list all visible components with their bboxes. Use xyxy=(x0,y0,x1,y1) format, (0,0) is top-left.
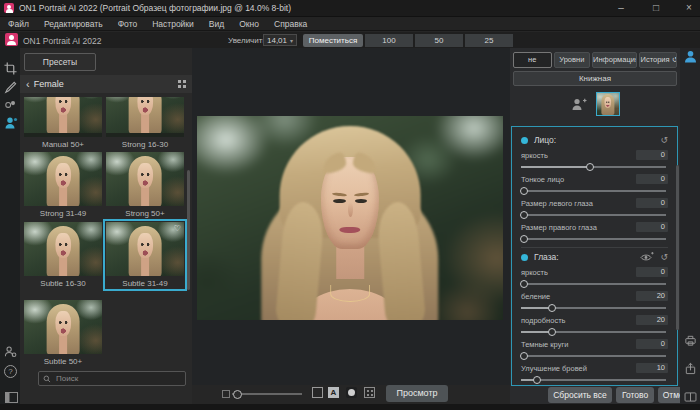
slider-track[interactable] xyxy=(521,327,668,336)
zoom-25-button[interactable]: 25 xyxy=(465,34,513,47)
preset-item[interactable]: Manual 50+ xyxy=(24,97,102,149)
preset-label: Manual 50+ xyxy=(24,140,102,149)
done-button[interactable]: Готово xyxy=(616,387,654,403)
slider-value[interactable]: 0 xyxy=(636,198,668,208)
eyes-section-title: Глаза: xyxy=(534,252,640,262)
favorite-heart-icon[interactable]: ♡ xyxy=(174,224,181,233)
menu-view[interactable]: Вид xyxy=(209,19,224,29)
slider-track[interactable] xyxy=(521,375,668,384)
preset-label: Subtle 50+ xyxy=(24,357,102,366)
preset-category-header[interactable]: ‹ Female xyxy=(20,75,192,93)
slider-track[interactable] xyxy=(521,303,668,312)
grid-overlay-icon[interactable] xyxy=(364,387,375,398)
left-panel-toggle-icon[interactable] xyxy=(5,392,18,403)
compare-view-icon[interactable]: A xyxy=(328,387,339,398)
preset-item[interactable]: Strong 50+ xyxy=(106,152,184,218)
slider-knob[interactable] xyxy=(586,163,594,171)
face-thumbnail-selected[interactable] xyxy=(596,92,620,116)
slider-knob[interactable] xyxy=(533,376,541,384)
menu-settings[interactable]: Настройки xyxy=(152,19,194,29)
reset-icon[interactable]: ↺ xyxy=(660,252,668,262)
preset-item[interactable]: Strong 16-30 xyxy=(106,97,184,149)
preset-item[interactable]: Subtle 50+ xyxy=(24,300,102,366)
thumbnail-size-slider[interactable] xyxy=(232,393,302,395)
presets-tab[interactable]: Пресеты xyxy=(24,53,96,71)
slider-knob[interactable] xyxy=(520,187,528,195)
menu-file[interactable]: Файл xyxy=(8,19,29,29)
slider-track[interactable] xyxy=(521,186,668,195)
reset-icon[interactable]: ↺ xyxy=(660,135,668,145)
account-settings-icon[interactable] xyxy=(4,345,17,358)
photo-preview[interactable] xyxy=(197,116,503,320)
preset-label: Subtle 16-30 xyxy=(24,279,102,288)
preset-search-box[interactable] xyxy=(38,371,186,386)
back-chevron-icon[interactable]: ‹ xyxy=(26,78,30,90)
slider-knob[interactable] xyxy=(520,280,528,288)
slider-value[interactable]: 0 xyxy=(636,222,668,232)
slider-value[interactable]: 20 xyxy=(636,291,668,301)
user-account-icon[interactable] xyxy=(684,50,697,63)
orientation-dropdown[interactable]: Книжная xyxy=(513,71,677,86)
face-tool-icon[interactable] xyxy=(4,116,17,129)
menu-photo[interactable]: Фото xyxy=(118,19,138,29)
slider-knob[interactable] xyxy=(548,328,556,336)
slider-value[interactable]: 0 xyxy=(636,267,668,277)
blemish-tool-icon[interactable] xyxy=(4,98,17,111)
crop-tool-icon[interactable] xyxy=(4,62,17,75)
slider-knob[interactable] xyxy=(548,304,556,312)
menu-window[interactable]: Окно xyxy=(239,19,259,29)
preset-thumbnail xyxy=(24,300,102,354)
slider-track[interactable] xyxy=(521,279,668,288)
enabled-dot-icon[interactable] xyxy=(521,137,528,144)
zoom-100-button[interactable]: 100 xyxy=(365,34,413,47)
enabled-dot-icon[interactable] xyxy=(521,254,528,261)
zoom-50-button[interactable]: 50 xyxy=(415,34,463,47)
tab-levels[interactable]: Уровни xyxy=(554,52,591,68)
preset-item[interactable]: Strong 31-49 xyxy=(24,152,102,218)
slider-track[interactable] xyxy=(521,351,668,360)
slider-knob[interactable] xyxy=(520,235,528,243)
thumbnail-size-slider-knob[interactable] xyxy=(233,390,242,399)
view-original-icon[interactable] xyxy=(312,387,323,398)
preset-thumbnail xyxy=(24,97,102,137)
slider-track[interactable] xyxy=(521,162,668,171)
slider-knob[interactable] xyxy=(520,352,528,360)
slider-value[interactable]: 0 xyxy=(636,150,668,160)
print-icon[interactable] xyxy=(684,334,697,347)
slider-value[interactable]: 20 xyxy=(636,315,668,325)
tab-history[interactable]: История ↺ xyxy=(639,52,677,68)
preset-item-selected[interactable]: ♡ Subtle 31-49 xyxy=(106,222,184,288)
tab-settings[interactable]: не xyxy=(513,52,552,68)
thumbnail-size-icon xyxy=(222,390,230,398)
help-icon[interactable]: ? xyxy=(4,365,17,378)
export-share-icon[interactable] xyxy=(684,362,697,375)
face-settings-group: Лицо: ↺ яркость0 Тонкое лицо0 Размер лев… xyxy=(511,126,678,386)
add-face-icon[interactable] xyxy=(571,97,587,111)
search-input[interactable] xyxy=(54,373,178,384)
preview-button[interactable]: Просмотр xyxy=(386,385,448,402)
slider-value[interactable]: 0 xyxy=(636,174,668,184)
slider-value[interactable]: 0 xyxy=(636,339,668,349)
maximize-button[interactable]: □ xyxy=(645,1,667,15)
slider-value[interactable]: 10 xyxy=(636,363,668,373)
tab-info[interactable]: Информация xyxy=(592,52,637,68)
preset-thumbnail xyxy=(106,97,184,137)
presets-scrollbar[interactable] xyxy=(187,170,190,290)
retouch-brush-tool-icon[interactable] xyxy=(4,81,17,94)
face-section-header: Лицо: ↺ xyxy=(521,133,668,147)
menu-edit[interactable]: Редактировать xyxy=(44,19,103,29)
slider-knob[interactable] xyxy=(520,211,528,219)
focus-mask-icon[interactable] xyxy=(346,387,357,398)
close-button[interactable]: × xyxy=(678,1,700,15)
reset-all-button[interactable]: Сбросить все xyxy=(548,387,612,403)
slider-track[interactable] xyxy=(521,210,668,219)
zoom-fit-button[interactable]: Поместиться xyxy=(303,34,363,47)
eye-enhance-icon[interactable] xyxy=(640,252,654,262)
slider-track[interactable] xyxy=(521,234,668,243)
menu-help[interactable]: Справка xyxy=(274,19,307,29)
minimize-button[interactable]: – xyxy=(610,1,632,15)
panel-scrollbar[interactable] xyxy=(676,165,679,330)
grid-view-icon[interactable] xyxy=(178,80,186,88)
preset-item[interactable]: Subtle 16-30 xyxy=(24,222,102,288)
zoom-value-dropdown[interactable]: 14,01 ▾ xyxy=(263,34,297,46)
